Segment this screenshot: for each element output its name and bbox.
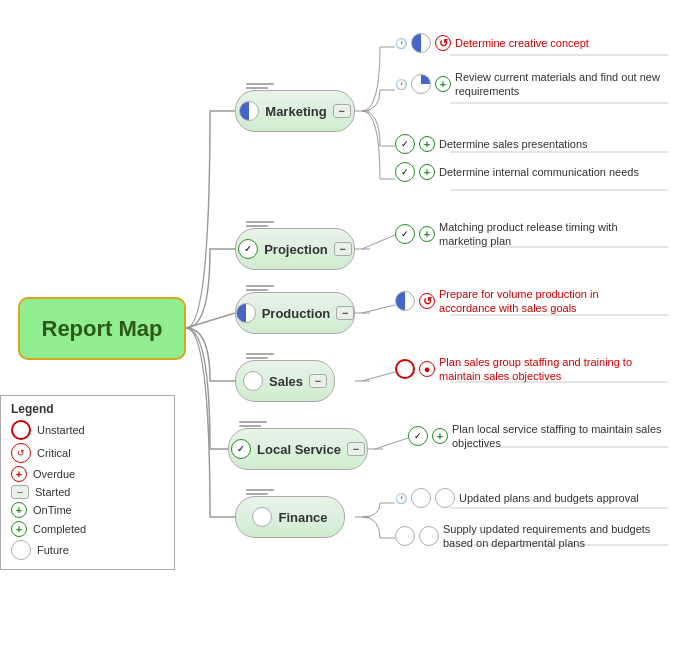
leaf-proj-plus: + <box>419 226 435 242</box>
started-icon: − <box>11 485 29 499</box>
leaf-finance-2: Supply updated requirements and budgets … <box>395 522 653 551</box>
legend-future-label: Future <box>37 544 69 556</box>
legend-started: − Started <box>11 485 164 499</box>
leaf-comm-plus: + <box>419 164 435 180</box>
critical-icon: ↺ <box>11 443 31 463</box>
root-node: Report Map <box>18 297 186 360</box>
sales-label: Sales <box>269 374 303 389</box>
leaf-production: ↺ Prepare for volume production in accor… <box>395 287 649 316</box>
leaf-prod-text: Prepare for volume production in accorda… <box>439 287 649 316</box>
legend-unstarted-label: Unstarted <box>37 424 85 436</box>
legend-title: Legend <box>11 402 164 416</box>
clock-icon-2: 🕐 <box>395 79 407 90</box>
legend-box: Legend Unstarted ↺ Critical + Overdue − … <box>0 395 175 570</box>
leaf-ls-status: ✓ <box>408 426 428 446</box>
leaf-review-plus: + <box>435 76 451 92</box>
finance-label: Finance <box>278 510 327 525</box>
production-minus: − <box>336 306 354 320</box>
leaf-comm-status: ✓ <box>395 162 415 182</box>
legend-unstarted: Unstarted <box>11 420 164 440</box>
leaf-salespres-plus: + <box>419 136 435 152</box>
leaf-projection: ✓ + Matching product release timing with… <box>395 220 649 249</box>
completed-icon: + <box>11 521 27 537</box>
branch-sales[interactable]: Sales − <box>235 360 335 402</box>
legend-overdue: + Overdue <box>11 466 164 482</box>
leaf-sales-text: Plan sales group staffing and training t… <box>439 355 649 384</box>
legend-completed: + Completed <box>11 521 164 537</box>
legend-critical: ↺ Critical <box>11 443 164 463</box>
branch-projection[interactable]: ✓ Projection − <box>235 228 355 270</box>
future-icon <box>11 540 31 560</box>
leaf-local-service: ✓ + Plan local service staffing to maint… <box>408 422 662 451</box>
branch-local-service[interactable]: ✓ Local Service − <box>228 428 368 470</box>
leaf-fin1-status2 <box>435 488 455 508</box>
sales-icon <box>243 371 263 391</box>
legend-ontime-label: OnTime <box>33 504 72 516</box>
legend-future: Future <box>11 540 164 560</box>
sales-minus: − <box>309 374 327 388</box>
projection-minus: − <box>334 242 352 256</box>
production-icon <box>236 303 256 323</box>
branch-production[interactable]: Production − <box>235 292 355 334</box>
legend-overdue-label: Overdue <box>33 468 75 480</box>
leaf-creative-plus: ↺ <box>435 35 451 51</box>
leaf-fin1-status <box>411 488 431 508</box>
production-label: Production <box>262 306 331 321</box>
finance-icon <box>252 507 272 527</box>
leaf-proj-text: Matching product release timing with mar… <box>439 220 649 249</box>
leaf-creative-text: Determine creative concept <box>455 36 589 50</box>
marketing-icon <box>239 101 259 121</box>
projection-label: Projection <box>264 242 328 257</box>
leaf-sales-status <box>395 359 415 379</box>
clock-icon: 🕐 <box>395 38 407 49</box>
leaf-sales: ● Plan sales group staffing and training… <box>395 355 649 384</box>
leaf-ls-text: Plan local service staffing to maintain … <box>452 422 662 451</box>
leaf-fin2-status2 <box>419 526 439 546</box>
root-label: Report Map <box>42 316 163 342</box>
leaf-sales-pres: ✓ + Determine sales presentations <box>395 134 588 154</box>
ontime-icon: + <box>11 502 27 518</box>
leaf-fin2-status <box>395 526 415 546</box>
legend-completed-label: Completed <box>33 523 86 535</box>
unstarted-icon <box>11 420 31 440</box>
legend-ontime: + OnTime <box>11 502 164 518</box>
leaf-ls-plus: + <box>432 428 448 444</box>
leaf-prod-status <box>395 291 415 311</box>
leaf-internal-comm: ✓ + Determine internal communication nee… <box>395 162 639 182</box>
leaf-review: 🕐 + Review current materials and find ou… <box>395 70 665 99</box>
leaf-creative-status <box>411 33 431 53</box>
clock-icon-3: 🕐 <box>395 493 407 504</box>
local-service-minus: − <box>347 442 365 456</box>
leaf-review-text: Review current materials and find out ne… <box>455 70 665 99</box>
leaf-salespres-text: Determine sales presentations <box>439 137 588 151</box>
projection-icon: ✓ <box>238 239 258 259</box>
branch-finance[interactable]: Finance <box>235 496 345 538</box>
leaf-fin1-text: Updated plans and budgets approval <box>459 491 639 505</box>
marketing-minus: − <box>333 104 351 118</box>
leaf-proj-status: ✓ <box>395 224 415 244</box>
marketing-label: Marketing <box>265 104 326 119</box>
overdue-icon: + <box>11 466 27 482</box>
legend-started-label: Started <box>35 486 70 498</box>
leaf-sales-plus: ● <box>419 361 435 377</box>
leaf-salespres-status: ✓ <box>395 134 415 154</box>
branch-marketing[interactable]: Marketing − <box>235 90 355 132</box>
legend-critical-label: Critical <box>37 447 71 459</box>
leaf-prod-plus: ↺ <box>419 293 435 309</box>
leaf-creative: 🕐 ↺ Determine creative concept <box>395 33 589 53</box>
leaf-review-status <box>411 74 431 94</box>
leaf-fin2-text: Supply updated requirements and budgets … <box>443 522 653 551</box>
local-service-icon: ✓ <box>231 439 251 459</box>
local-service-label: Local Service <box>257 442 341 457</box>
leaf-finance-1: 🕐 Updated plans and budgets approval <box>395 488 639 508</box>
leaf-comm-text: Determine internal communication needs <box>439 165 639 179</box>
